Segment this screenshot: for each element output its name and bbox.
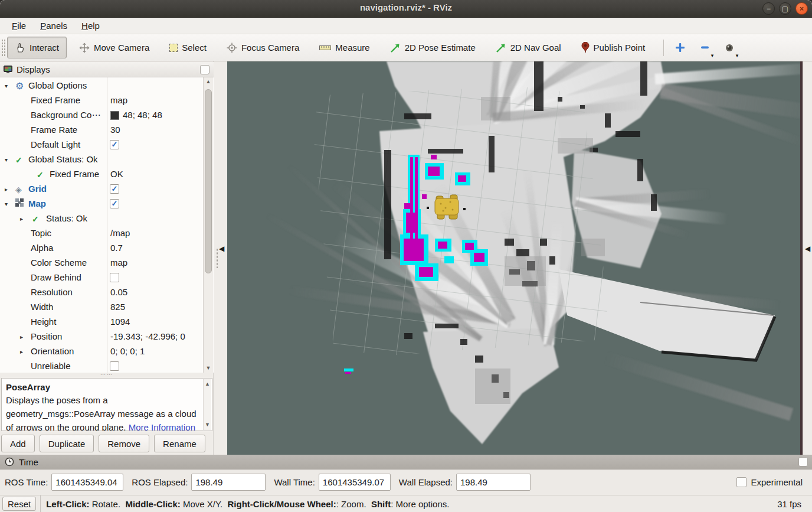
property-value[interactable]: map — [110, 257, 127, 268]
panel-view-splitter[interactable]: ◀ — [214, 61, 227, 455]
collapse-left-icon[interactable]: ◀ — [219, 244, 224, 253]
tool-2d-nav-goal[interactable]: 2D Nav Goal — [488, 37, 569, 58]
tree-row-grid[interactable]: ▸◈Grid✓ — [0, 182, 203, 197]
menu-file[interactable]: File — [6, 19, 32, 32]
checkbox[interactable]: ✓ — [110, 184, 119, 194]
menu-panels[interactable]: Panels — [34, 19, 73, 32]
splitter-grip[interactable] — [216, 248, 218, 268]
hint-segment: Left-Click: — [46, 499, 89, 509]
checkbox[interactable] — [110, 361, 119, 371]
displays-panel-title: Displays — [17, 64, 50, 74]
property-value[interactable]: /map — [110, 228, 130, 238]
tree-row-color-scheme[interactable]: Color Schememap — [0, 256, 203, 270]
expander-closed-icon[interactable]: ▸ — [20, 348, 23, 355]
tree-row-frame-rate[interactable]: Frame Rate30 — [0, 123, 203, 138]
description-scrollbar[interactable]: ▲ ▼ — [203, 379, 211, 430]
add-button[interactable]: Add — [1, 435, 35, 452]
panel-splitter-handle[interactable]: ⋯⋯ — [0, 373, 214, 377]
tool-measure[interactable]: Measure — [312, 37, 377, 58]
tree-row-map-status[interactable]: ▸✓Status: Ok — [0, 211, 203, 226]
checkbox[interactable]: ✓ — [110, 199, 119, 208]
property-value[interactable]: map — [110, 95, 127, 105]
tree-row-global-status-fixed-frame[interactable]: ✓Fixed FrameOK — [0, 167, 203, 182]
expander-open-icon[interactable]: ▾ — [5, 83, 8, 89]
remove-tool-button[interactable]: ▾ — [695, 37, 715, 58]
checkbox[interactable]: ✓ — [110, 140, 119, 149]
tree-row-global-status[interactable]: ▾✓Global Status: Ok — [0, 152, 203, 167]
scroll-up-icon[interactable]: ▲ — [204, 380, 211, 389]
tool-2d-pose-estimate[interactable]: 2D Pose Estimate — [382, 37, 483, 58]
reset-button[interactable]: Reset — [2, 497, 36, 511]
close-button[interactable]: × — [795, 2, 808, 15]
minimize-button[interactable]: − — [762, 2, 775, 15]
tree-row-height[interactable]: Height1094 — [0, 315, 203, 330]
tree-row-width[interactable]: Width825 — [0, 300, 203, 315]
rename-button[interactable]: Rename — [154, 435, 205, 452]
tree-row-default-light[interactable]: Default Light✓ — [0, 138, 203, 152]
property-value[interactable]: 1094 — [110, 317, 130, 327]
tree-row-position[interactable]: ▸Position-19.343; -42.996; 0 — [0, 330, 203, 344]
tool-publish-point[interactable]: Publish Point — [574, 37, 653, 58]
tree-row-unreliable[interactable]: Unreliable — [0, 359, 203, 373]
titlebar[interactable]: navigation.rviz* - RViz − ▢ × — [0, 0, 812, 18]
tree-row-fixed-frame[interactable]: Fixed Framemap — [0, 93, 203, 108]
expander-open-icon[interactable]: ▾ — [5, 201, 8, 207]
tool-properties-button[interactable]: ▾ — [719, 37, 739, 58]
3d-viewport[interactable] — [227, 61, 800, 455]
maximize-button[interactable]: ▢ — [779, 2, 791, 15]
wall-time-input[interactable] — [319, 474, 391, 491]
property-value[interactable]: OK — [110, 169, 123, 179]
duplicate-button[interactable]: Duplicate — [40, 435, 94, 452]
property-value[interactable]: -19.343; -42.996; 0 — [110, 331, 185, 341]
expander-closed-icon[interactable]: ▸ — [5, 186, 8, 193]
wall-elapsed-input[interactable] — [456, 474, 531, 491]
tree-row-background-color[interactable]: Background Co⋯48; 48; 48 — [0, 108, 203, 123]
tool-move-camera[interactable]: Move Camera — [71, 37, 157, 58]
scroll-down-icon[interactable]: ▼ — [204, 420, 211, 429]
tree-scrollbar[interactable]: ▲ ▼ — [203, 77, 213, 373]
displays-panel-header[interactable]: Displays — [0, 62, 214, 77]
hint-segment: Move X/Y. — [181, 499, 228, 509]
tree-row-map[interactable]: ▾Map✓ — [0, 197, 203, 211]
menu-bar: FilePanelsHelp — [0, 18, 812, 34]
chevron-down-icon[interactable]: ▾ — [736, 53, 739, 58]
tool-select[interactable]: Select — [162, 37, 214, 58]
time-panel-header[interactable]: Time — [0, 455, 812, 469]
property-value[interactable]: 0; 0; 0; 1 — [110, 346, 145, 356]
add-tool-button[interactable] — [670, 37, 690, 58]
color-swatch[interactable] — [110, 111, 119, 120]
property-value[interactable]: 0.05 — [110, 287, 127, 297]
checkbox[interactable] — [110, 273, 119, 282]
tool-interact[interactable]: Interact — [7, 37, 67, 58]
more-information-link[interactable]: More Information — [129, 422, 195, 431]
expander-closed-icon[interactable]: ▸ — [20, 334, 23, 340]
remove-button[interactable]: Remove — [99, 435, 149, 452]
scroll-up-icon[interactable]: ▲ — [204, 77, 213, 86]
ros-time-input[interactable] — [51, 474, 123, 491]
right-panel-collapsed[interactable]: ◀ — [803, 61, 812, 455]
toolbar-grip[interactable] — [1, 39, 6, 57]
tree-row-alpha[interactable]: Alpha0.7 — [0, 241, 203, 256]
tree-row-resolution[interactable]: Resolution0.05 — [0, 285, 203, 300]
panel-float-button[interactable] — [798, 457, 808, 467]
tree-row-draw-behind[interactable]: Draw Behind — [0, 270, 203, 285]
property-value[interactable]: 0.7 — [110, 243, 123, 253]
collapse-right-icon[interactable]: ◀ — [805, 244, 810, 253]
ruler-icon — [319, 44, 331, 51]
scroll-down-icon[interactable]: ▼ — [204, 364, 213, 373]
panel-float-button[interactable] — [200, 65, 209, 74]
menu-help[interactable]: Help — [76, 19, 106, 32]
tree-row-global-options[interactable]: ▾⚙Global Options — [0, 79, 203, 93]
experimental-checkbox[interactable] — [736, 477, 746, 487]
chevron-down-icon[interactable]: ▾ — [711, 53, 714, 58]
expander-open-icon[interactable]: ▾ — [5, 156, 8, 163]
tree-row-topic[interactable]: Topic/map — [0, 226, 203, 241]
property-value[interactable]: 825 — [110, 302, 125, 312]
ros-elapsed-input[interactable] — [191, 474, 266, 491]
scrollbar-thumb[interactable] — [205, 89, 212, 273]
expander-closed-icon[interactable]: ▸ — [20, 216, 23, 222]
tree-row-orientation[interactable]: ▸Orientation0; 0; 0; 1 — [0, 344, 203, 359]
property-value[interactable]: 30 — [110, 125, 120, 135]
property-value[interactable]: 48; 48; 48 — [110, 110, 162, 120]
tool-focus-camera[interactable]: Focus Camera — [219, 37, 307, 58]
